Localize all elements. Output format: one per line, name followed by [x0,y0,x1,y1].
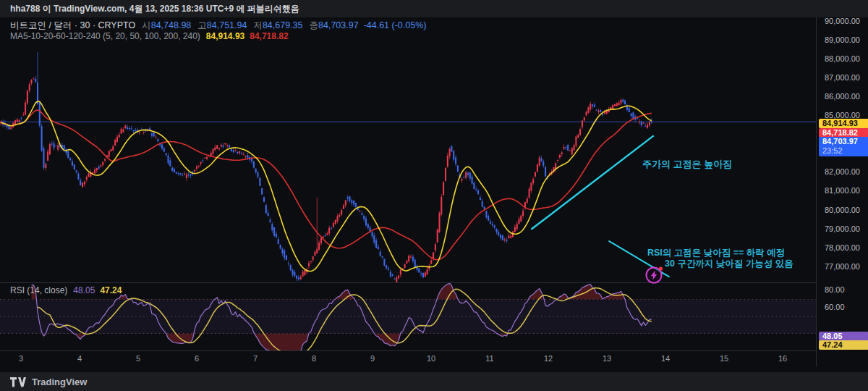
pane-divider[interactable] [0,282,816,283]
flash-icon-dot [659,266,663,270]
rsi-tick: 60.00 [825,303,845,311]
rsi-tick: 80.00 [825,285,845,294]
time-tick: 7 [253,354,258,363]
close-label: 종 [310,20,319,30]
price-tick: 81,000.00 [825,186,860,195]
high-label: 고 [197,20,207,30]
ma-legend: MA5-10-20-60-120-240 (5, 20, 50, 100, 20… [10,31,289,41]
time-tick: 10 [427,354,435,363]
change-value: -44.61 (-0.05%) [364,20,427,30]
rsi-title: RSI (14, close) [10,285,67,295]
footer-bar: TradingView [0,371,868,391]
ma-slow-value: 84,718.82 [250,31,288,41]
annotation-rsi-divergence[interactable]: RSI의 고점은 낮아짐 == 하락 예정 30 구간까지 낮아질 가능성 있음 [647,248,793,269]
price-tick: 80,000.00 [825,206,860,214]
publish-banner: hha788 이 TradingView.com, 4월 13, 2025 18… [0,0,868,17]
bar-countdown: 23:52 [822,146,868,156]
low-value: 84,679.35 [263,20,303,30]
time-tick: 3 [19,354,23,363]
time-tick: 16 [778,354,787,363]
open-value: 84,748.98 [151,20,192,30]
time-tick: 5 [136,354,140,363]
rsi-legend: RSI (14, close)48.0547.24 [10,285,122,295]
tradingview-logo-icon[interactable] [10,377,26,387]
ma-fast-line [1,101,652,272]
symbol-title: 비트코인 / 달러 · 30 · CRYPTO [10,20,135,30]
tradingview-published-chart: hha788 이 TradingView.com, 4월 13, 2025 18… [0,0,868,391]
symbol-legend: 비트코인 / 달러 · 30 · CRYPTO시84,748.98고84,751… [10,20,426,32]
time-tick: 13 [603,354,611,363]
time-tick: 14 [661,354,670,363]
ma-fast-value: 84,914.93 [206,31,244,41]
publish-banner-text: hha788 이 TradingView.com, 4월 13, 2025 18… [10,4,299,14]
time-tick: 6 [195,354,199,363]
price-uptrend-line[interactable] [532,136,653,229]
low-label: 저 [253,20,263,30]
price-tick: 90,000.00 [825,17,860,25]
tradingview-brand[interactable]: TradingView [32,377,87,387]
time-tick: 15 [720,354,728,363]
last-price-value: 84,703.97 [822,137,858,146]
price-tick: 88,000.00 [825,54,860,63]
ma-title: MA5-10-20-60-120-240 (5, 20, 50, 100, 20… [10,31,200,41]
time-axis[interactable]: 345678910111213141516 [0,351,816,366]
close-value: 84,703.97 [318,20,359,30]
time-tick: 9 [370,354,375,363]
time-tick: 4 [77,354,82,363]
price-tick: 89,000.00 [825,35,860,44]
open-label: 시 [142,20,151,30]
price-tick: 79,000.00 [825,224,860,233]
price-tick: 86,000.00 [825,92,860,101]
down-candle-bodies [2,79,652,279]
rsi-ma-value: 47.24 [100,285,122,295]
price-tick: 78,000.00 [825,243,860,252]
time-tick: 11 [485,354,493,363]
ma-slow-line [1,110,652,260]
up-candle-wicks [1,77,650,282]
price-tick: 77,000.00 [825,262,860,271]
price-chart-canvas[interactable] [0,17,816,282]
time-tick: 12 [544,354,553,363]
ma-fast-price-label: 84,914.93 [819,119,868,128]
rsi-chart-canvas[interactable] [0,283,816,350]
price-scale[interactable]: 20.0060.0080.0077,000.0078,000.0079,000.… [817,17,868,366]
price-tick: 82,000.00 [825,167,860,176]
up-candle-bodies [0,79,650,282]
ma-slow-price-label: 84,718.82 [819,128,868,138]
flash-icon[interactable] [644,264,665,286]
rsi-note-line2: 30 구간까지 낮아질 가능성 있음 [665,258,793,269]
rsi-value: 48.05 [73,285,95,295]
annotation-price-higher-highs[interactable]: 주가의 고점은 높아짐 [642,158,732,171]
rsi-ma-value-label: 47.24 [819,340,868,350]
high-value: 84,751.94 [207,20,247,30]
last-price-label: 84,703.9723:52 [819,137,868,156]
rsi-note-line1: RSI의 고점은 낮아짐 == 하락 예정 [647,248,785,258]
price-tick: 87,000.00 [825,73,860,82]
time-tick: 8 [312,354,316,363]
